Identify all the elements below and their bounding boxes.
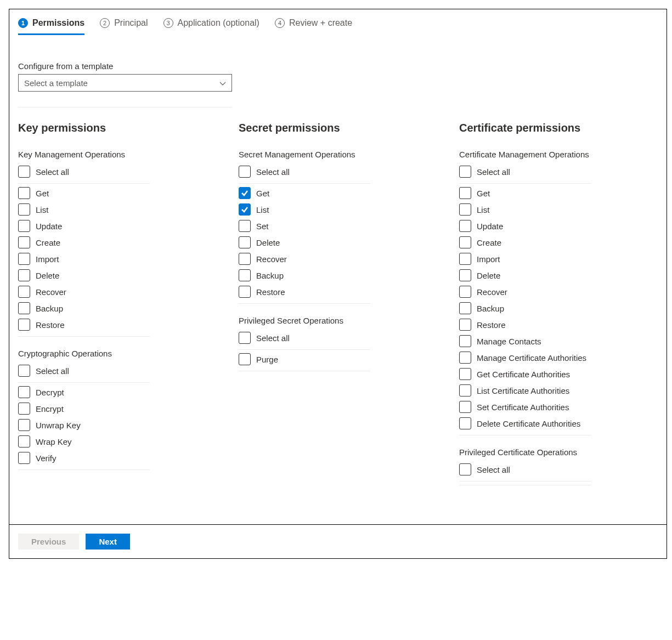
tab-label: Application (optional) xyxy=(178,18,259,28)
checkbox-label: Get xyxy=(36,189,49,198)
tab-step-2[interactable]: 2Principal xyxy=(100,18,148,35)
checkbox-label: Restore xyxy=(256,287,285,297)
checkbox-label: Backup xyxy=(36,304,63,313)
tab-step-1[interactable]: 1Permissions xyxy=(18,18,84,35)
divider xyxy=(459,485,591,485)
permission-checkbox[interactable]: Encrypt xyxy=(18,400,217,417)
permission-checkbox[interactable]: Recover xyxy=(239,251,437,267)
checkbox-label: Get xyxy=(256,189,269,198)
permission-checkbox[interactable]: Manage Contacts xyxy=(459,333,658,349)
next-button[interactable]: Next xyxy=(86,534,130,550)
permission-checkbox[interactable]: Backup xyxy=(18,300,217,316)
checkbox-label: Wrap Key xyxy=(36,437,72,446)
permission-checkbox[interactable]: Verify xyxy=(18,450,217,466)
permission-checkbox[interactable]: Get xyxy=(18,185,217,201)
select-all-checkbox[interactable]: Select all xyxy=(18,363,217,379)
wizard-footer: Previous Next xyxy=(9,524,667,558)
divider xyxy=(459,435,591,435)
permission-checkbox[interactable]: Purge xyxy=(239,351,437,367)
tab-step-3[interactable]: 3Application (optional) xyxy=(163,18,259,35)
permission-checkbox[interactable]: Manage Certificate Authorities xyxy=(459,349,658,366)
select-all-checkbox[interactable]: Select all xyxy=(459,163,658,180)
permission-checkbox[interactable]: List xyxy=(459,201,658,218)
permission-checkbox[interactable]: Delete xyxy=(239,234,437,251)
permission-checkbox[interactable]: Set xyxy=(239,218,437,234)
checkbox-label: Update xyxy=(36,222,62,231)
permission-checkbox[interactable]: Set Certificate Authorities xyxy=(459,399,658,415)
wizard-container: 1Permissions2Principal3Application (opti… xyxy=(9,9,667,559)
checkbox-box xyxy=(459,335,471,347)
checkbox-box xyxy=(18,435,30,448)
permission-checkbox[interactable]: Delete xyxy=(459,267,658,284)
divider xyxy=(18,336,150,337)
select-all-checkbox[interactable]: Select all xyxy=(459,461,658,478)
checkbox-label: Manage Contacts xyxy=(477,337,541,346)
wizard-content: Configure from a template Select a templ… xyxy=(9,37,667,524)
group-title: Cryptographic Operations xyxy=(18,349,217,358)
permissions-scroll-area: Key permissionsKey Management Operations… xyxy=(18,107,658,524)
permission-checkbox[interactable]: Decrypt xyxy=(18,384,217,400)
checkbox-box xyxy=(18,269,30,281)
permission-checkbox[interactable]: Get xyxy=(239,185,437,201)
checkbox-label: Delete xyxy=(477,271,500,280)
permission-checkbox[interactable]: Unwrap Key xyxy=(18,417,217,433)
permission-checkbox[interactable]: Update xyxy=(18,218,217,234)
checkbox-box xyxy=(459,368,471,380)
permission-checkbox[interactable]: Restore xyxy=(459,316,658,333)
tab-step-4[interactable]: 4Review + create xyxy=(275,18,352,35)
group-title: Certificate Management Operations xyxy=(459,150,658,159)
select-all-checkbox[interactable]: Select all xyxy=(18,163,217,180)
permission-checkbox[interactable]: Recover xyxy=(18,284,217,300)
select-all-checkbox[interactable]: Select all xyxy=(239,163,437,180)
checkbox-box xyxy=(239,166,251,178)
checkbox-box xyxy=(18,187,30,199)
checkbox-box xyxy=(18,286,30,298)
permission-checkbox[interactable]: Get Certificate Authorities xyxy=(459,366,658,382)
tab-label: Permissions xyxy=(32,18,84,28)
permissions-column: Key permissionsKey Management Operations… xyxy=(18,112,217,486)
checkbox-label: List xyxy=(256,205,269,214)
permission-checkbox[interactable]: List xyxy=(18,201,217,218)
checkbox-box xyxy=(239,353,251,365)
template-select-placeholder: Select a template xyxy=(24,78,88,88)
permission-checkbox[interactable]: Backup xyxy=(459,300,658,316)
select-all-checkbox[interactable]: Select all xyxy=(239,330,437,346)
permission-checkbox[interactable]: List Certificate Authorities xyxy=(459,382,658,399)
checkbox-label: Delete xyxy=(36,271,59,280)
permission-checkbox[interactable]: Recover xyxy=(459,284,658,300)
checkbox-box xyxy=(459,166,471,178)
permission-checkbox[interactable]: Delete xyxy=(18,267,217,284)
checkbox-box xyxy=(459,253,471,265)
checkbox-label: Backup xyxy=(256,271,284,280)
template-label: Configure from a template xyxy=(18,61,658,71)
divider xyxy=(239,371,370,371)
checkbox-label: Select all xyxy=(36,167,69,177)
template-select[interactable]: Select a template xyxy=(18,74,232,92)
divider xyxy=(18,382,150,383)
previous-button[interactable]: Previous xyxy=(18,534,79,550)
checkbox-label: List xyxy=(477,205,489,214)
permission-checkbox[interactable]: Create xyxy=(459,234,658,251)
permission-checkbox[interactable]: Wrap Key xyxy=(18,433,217,450)
permission-checkbox[interactable]: Restore xyxy=(239,284,437,300)
permission-checkbox[interactable]: List xyxy=(239,201,437,218)
permission-checkbox[interactable]: Restore xyxy=(18,316,217,333)
checkbox-label: Create xyxy=(36,238,60,247)
tab-number: 3 xyxy=(163,18,173,28)
checkbox-label: Get Certificate Authorities xyxy=(477,370,570,379)
checkbox-box xyxy=(239,286,251,298)
permission-checkbox[interactable]: Create xyxy=(18,234,217,251)
permission-checkbox[interactable]: Get xyxy=(459,185,658,201)
permission-checkbox[interactable]: Backup xyxy=(239,267,437,284)
permission-checkbox[interactable]: Delete Certificate Authorities xyxy=(459,415,658,432)
divider xyxy=(239,303,370,304)
checkbox-label: Update xyxy=(477,222,503,231)
column-title: Certificate permissions xyxy=(459,122,658,134)
checkbox-label: Set Certificate Authorities xyxy=(477,403,569,412)
tab-number: 2 xyxy=(100,18,110,28)
permission-checkbox[interactable]: Import xyxy=(459,251,658,267)
tab-label: Principal xyxy=(114,18,148,28)
checkbox-box xyxy=(18,419,30,431)
permission-checkbox[interactable]: Import xyxy=(18,251,217,267)
permission-checkbox[interactable]: Update xyxy=(459,218,658,234)
